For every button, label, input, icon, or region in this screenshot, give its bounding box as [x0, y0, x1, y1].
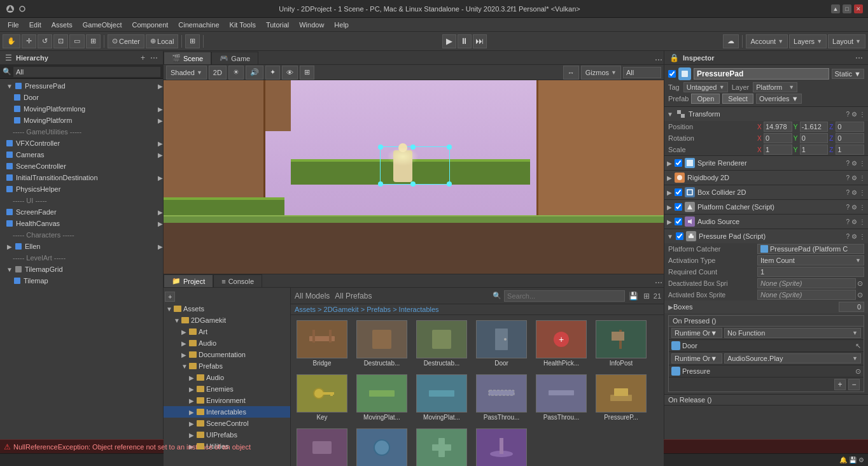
layout-dropdown[interactable]: Layout ▼ [828, 34, 865, 48]
door-cursor-icon[interactable]: ↖ [855, 342, 861, 350]
rot-z-input[interactable]: 0 [836, 133, 864, 143]
maximize-btn[interactable]: □ [843, 4, 851, 13]
pos-x-input[interactable]: 14.978 [764, 122, 792, 132]
comp-help-btn[interactable]: ? [846, 204, 850, 211]
comp-settings-btn[interactable]: ⚙ [851, 204, 857, 211]
asset-singleuse[interactable]: SingleUse... [413, 426, 470, 466]
snap-btn[interactable]: ⊞ [185, 34, 200, 48]
rot-x-input[interactable]: 0 [764, 133, 792, 143]
scene-grid-btn[interactable]: ⊞ [300, 66, 314, 80]
comp-settings-btn[interactable]: ⚙ [851, 189, 857, 196]
event-add-btn[interactable]: + [834, 379, 846, 390]
func-dropdown-2[interactable]: AudioSource.Play ▼ [724, 353, 861, 364]
scale-x-input[interactable]: 1 [764, 145, 792, 155]
bc-interactables[interactable]: Interactables [399, 306, 439, 313]
bc-2dgamekit[interactable]: 2DGamekit [324, 306, 359, 313]
pos-y-input[interactable]: -1.612 [800, 122, 829, 132]
audio-source-header[interactable]: ▶ Audio Source ? ⚙ ⋮ [664, 215, 868, 229]
menu-window[interactable]: Window [294, 20, 329, 30]
obj-name-input[interactable] [694, 68, 829, 80]
comp-menu-btn[interactable]: ⋮ [859, 111, 865, 118]
h-item-vfxcontroller[interactable]: VFXController ▶ [0, 138, 163, 149]
step-btn[interactable]: ⏭ [473, 34, 487, 48]
services-btn[interactable]: ☁ [723, 34, 739, 48]
menu-assets[interactable]: Assets [46, 20, 78, 30]
console-tab[interactable]: ≡ Console [213, 274, 262, 287]
pressure-target-btn[interactable]: ⊙ [855, 367, 861, 376]
platform-catcher-header[interactable]: ▶ Platform Catcher (Script) ? ⚙ ⋮ [664, 200, 868, 214]
hand-tool[interactable]: ✋ [3, 34, 20, 48]
scene-move-btn[interactable]: ↔ [563, 66, 579, 80]
hierarchy-menu-btn[interactable]: ☰ [4, 53, 13, 62]
asset-reusables[interactable]: ReusableS... [353, 426, 410, 466]
open-btn[interactable]: Open [691, 94, 720, 104]
h-item-door[interactable]: Door [0, 92, 163, 103]
rotate-tool[interactable]: ↺ [38, 34, 52, 48]
menu-gameobject[interactable]: GameObject [78, 20, 127, 30]
asset-key[interactable]: Key [293, 372, 351, 423]
menu-edit[interactable]: Edit [24, 20, 46, 30]
2d-btn[interactable]: 2D [209, 66, 227, 80]
shading-dropdown[interactable]: Shaded ▼ [166, 66, 207, 80]
asset-door[interactable]: Door [473, 318, 530, 369]
scene-tab[interactable]: 🎬 Scene [164, 52, 211, 64]
local-btn[interactable]: ⊕ Local [146, 34, 178, 48]
menu-cinemachine[interactable]: Cinemachine [173, 20, 224, 30]
scale-tool[interactable]: ⊡ [53, 34, 68, 48]
layers-dropdown[interactable]: Layers ▼ [789, 34, 827, 48]
asset-search-input[interactable] [504, 290, 625, 302]
sprite-renderer-checkbox[interactable] [675, 159, 682, 167]
project-tab[interactable]: 📁 Project [164, 274, 213, 287]
move-tool[interactable]: ✛ [22, 34, 36, 48]
menu-tutorial[interactable]: Tutorial [261, 20, 294, 30]
select-btn[interactable]: Select [722, 94, 753, 104]
comp-help-btn[interactable]: ? [846, 189, 850, 196]
asset-healthpickup[interactable]: + HealthPick... [533, 318, 590, 369]
comp-help-btn[interactable]: ? [846, 111, 850, 118]
h-item-physicshelper[interactable]: PhysicsHelper [0, 183, 163, 195]
game-tab[interactable]: 🎮 Game [211, 52, 258, 64]
hierarchy-search-input[interactable] [13, 67, 160, 77]
ft-scenecontrol[interactable]: ▶ SceneControl [164, 418, 290, 429]
save-search-btn[interactable]: 💾 [627, 292, 640, 300]
scale-y-input[interactable]: 1 [800, 145, 829, 155]
all-models-btn[interactable]: All Models [293, 292, 331, 300]
gizmos-dropdown[interactable]: Gizmos ▼ [581, 66, 621, 80]
func-dropdown-1[interactable]: No Function ▼ [724, 328, 861, 338]
ft-prefabs[interactable]: ▼ Prefabs [164, 360, 290, 372]
h-item-scenecontroller[interactable]: SceneController [0, 160, 163, 172]
project-options-btn[interactable]: ⋯ [654, 278, 664, 287]
runtime-dropdown-2[interactable]: Runtime Or▼ [671, 353, 722, 364]
asset-bridge[interactable]: Bridge [293, 318, 351, 369]
scene-viewport[interactable] [164, 80, 664, 274]
comp-menu-btn[interactable]: ⋮ [859, 233, 865, 240]
bc-assets[interactable]: Assets [295, 306, 316, 313]
rect-tool[interactable]: ▭ [69, 34, 85, 48]
asset-movingplat2[interactable]: MovingPlat... [413, 372, 470, 423]
scene-search-input[interactable] [623, 67, 661, 78]
h-item-initialtransition[interactable]: InitialTransitionDestination ▶ [0, 172, 163, 183]
obj-static-dropdown[interactable]: Static ▼ [832, 69, 864, 79]
h-item-ellen[interactable]: ▶ Ellen ▶ [0, 241, 163, 252]
obj-active-checkbox[interactable] [668, 70, 676, 78]
asset-destructable2[interactable]: Destructab... [413, 318, 470, 369]
comp-help-btn[interactable]: ? [846, 233, 850, 240]
comp-help-btn[interactable]: ? [846, 218, 850, 225]
pause-btn[interactable]: ⏸ [458, 34, 472, 48]
comp-settings-btn[interactable]: ⚙ [851, 111, 857, 118]
transform-header[interactable]: ▼ Transform ? ⚙ ⋮ [664, 107, 868, 121]
minimize-btn[interactable]: ▲ [831, 4, 840, 13]
comp-menu-btn[interactable]: ⋮ [859, 189, 865, 196]
overrides-dropdown[interactable]: Overrides ▼ [756, 94, 802, 104]
transform-tool[interactable]: ⊞ [86, 34, 101, 48]
boxes-count-input[interactable] [839, 302, 864, 312]
pp-required-count-input[interactable]: 1 [757, 267, 864, 277]
tag-dropdown[interactable]: Untagged ▼ [683, 82, 728, 92]
menu-help[interactable]: Help [329, 20, 354, 30]
event-remove-btn[interactable]: − [848, 379, 860, 390]
add-folder-btn[interactable]: + [165, 292, 175, 302]
menu-component[interactable]: Component [127, 20, 173, 30]
menu-file[interactable]: File [3, 20, 24, 30]
comp-settings-btn[interactable]: ⚙ [851, 233, 857, 240]
play-btn[interactable]: ▶ [442, 34, 456, 48]
